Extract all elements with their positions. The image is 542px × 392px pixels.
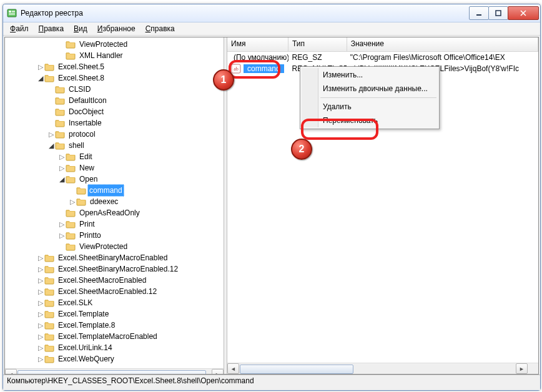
tree-expander-icon[interactable]: ▷ [37, 308, 44, 320]
tree-expander-icon[interactable]: ▷ [37, 61, 44, 72]
tree-pane[interactable]: ViewProtectedXML Handler▷Excel.Sheet.5◢E… [5, 37, 224, 374]
folder-icon [44, 298, 54, 307]
annotation-badge-2: 2 [291, 139, 312, 160]
tree-node[interactable]: CLSID [5, 84, 224, 95]
list-pane[interactable]: ИмяТипЗначение ab(По умолчанию)REG_SZ"C:… [227, 37, 538, 374]
tree-node-label: Open [77, 174, 99, 185]
tree-node[interactable]: ▷Excel.UriLink.14 [5, 342, 224, 353]
tree-node-label: Excel.Template.8 [56, 320, 117, 331]
menu-fav[interactable]: Избранное [93, 23, 140, 34]
value-name: (По умолчанию) [234, 53, 288, 62]
list-hscroll[interactable]: ◄ ► [227, 363, 538, 374]
tree-node[interactable]: ▷Excel.SheetMacroEnabled [5, 275, 224, 286]
menu-edit[interactable]: Правка [34, 23, 69, 34]
tree-expander-icon[interactable]: ◢ [58, 174, 66, 185]
tree-expander-icon[interactable]: ◢ [47, 140, 55, 151]
tree-node[interactable]: command [5, 185, 224, 196]
list-scroll-thumb[interactable] [240, 365, 353, 374]
tree-node[interactable]: ◢Open [5, 174, 224, 185]
tree-node[interactable]: ViewProtected [5, 39, 224, 50]
tree-node[interactable]: OpenAsReadOnly [5, 207, 224, 218]
tree-expander-icon[interactable]: ▷ [37, 286, 44, 297]
tree-expander-icon[interactable]: ▷ [47, 129, 55, 140]
scroll-left-icon[interactable]: ◄ [5, 369, 17, 374]
ctx-separator [320, 97, 436, 98]
titlebar[interactable]: Редактор реестра [3, 4, 540, 22]
tree-node[interactable]: ▷Printto [5, 230, 224, 241]
menu-file[interactable]: Файл [6, 23, 33, 34]
tree-node-label: DocObject [67, 106, 106, 117]
window-title: Редактор реестра [21, 9, 470, 17]
tree-node[interactable]: ◢shell [5, 140, 224, 151]
tree-node[interactable]: ▷New [5, 162, 224, 174]
tree-hscroll[interactable]: ◄ ► [5, 368, 224, 374]
minimize-button[interactable] [469, 6, 489, 20]
tree-scroll-thumb[interactable] [17, 370, 206, 374]
folder-icon [66, 242, 76, 251]
ctx-modify-bin[interactable]: Изменить двоичные данные... [302, 82, 438, 96]
svg-rect-6 [496, 11, 501, 16]
tree-node-label: Insertable [67, 117, 104, 129]
scroll-left-icon[interactable]: ◄ [227, 363, 239, 374]
folder-icon [66, 40, 76, 49]
tree-node[interactable]: ▷Excel.TemplateMacroEnabled [5, 331, 224, 342]
tree-expander-icon[interactable]: ▷ [58, 162, 66, 174]
tree-node[interactable]: ◢Excel.Sheet.8 [5, 72, 224, 84]
tree-expander-icon[interactable]: ▷ [37, 275, 44, 286]
ctx-rename[interactable]: Переименовать [302, 114, 438, 127]
tree-expander-icon[interactable]: ▷ [69, 196, 76, 207]
menu-view[interactable]: Вид [69, 23, 92, 34]
tree-expander-icon[interactable]: ▷ [58, 151, 66, 162]
ctx-modify[interactable]: Изменить... [302, 68, 438, 82]
scroll-corner [528, 363, 538, 374]
tree-expander-icon[interactable]: ▷ [37, 342, 44, 353]
column-header[interactable]: Тип [288, 37, 347, 51]
tree-node[interactable]: ▷protocol [5, 129, 224, 140]
tree-node[interactable]: Insertable [5, 117, 224, 129]
column-headers[interactable]: ИмяТипЗначение [227, 37, 538, 52]
tree-node[interactable]: ▷Excel.Sheet.5 [5, 61, 224, 72]
scroll-right-icon[interactable]: ► [516, 363, 528, 374]
tree-node[interactable]: ViewProtected [5, 241, 224, 252]
tree-node[interactable]: ▷ddeexec [5, 196, 224, 207]
svg-rect-4 [9, 14, 15, 15]
tree-expander-icon[interactable]: ▷ [37, 320, 44, 331]
tree-node[interactable]: ▷Excel.SheetMacroEnabled.12 [5, 286, 224, 297]
list-row[interactable]: ab(По умолчанию)REG_SZ"C:\Program Files\… [227, 52, 538, 63]
scroll-right-icon[interactable]: ► [212, 369, 224, 374]
ctx-delete[interactable]: Удалить [302, 100, 438, 114]
tree-node[interactable]: XML Handler [5, 50, 224, 61]
tree-node[interactable]: ▷Excel.WebQuery [5, 353, 224, 365]
tree-expander-icon[interactable]: ▷ [37, 252, 44, 263]
tree-node[interactable]: ▷Edit [5, 151, 224, 162]
tree-expander-icon[interactable]: ◢ [37, 72, 44, 84]
main-split: ViewProtectedXML Handler▷Excel.Sheet.5◢E… [4, 37, 539, 375]
column-header[interactable]: Имя [227, 37, 288, 51]
tree-node-label: protocol [67, 129, 97, 140]
tree-expander-icon[interactable]: ▷ [37, 353, 44, 365]
tree-node-label: Print [77, 218, 97, 230]
value-data: "C:\Program Files\Microsoft Office\Offic… [347, 53, 538, 62]
context-menu[interactable]: Изменить... Изменить двоичные данные... … [300, 66, 440, 129]
tree-node[interactable]: ▷Excel.SheetBinaryMacroEnabled [5, 252, 224, 263]
folder-icon [44, 343, 54, 352]
maximize-button[interactable] [488, 6, 508, 20]
column-header[interactable]: Значение [347, 37, 538, 51]
tree-expander-icon[interactable]: ▷ [37, 263, 44, 275]
tree-node[interactable]: DefaultIcon [5, 95, 224, 106]
folder-icon [55, 96, 65, 105]
menu-help[interactable]: Справка [141, 23, 179, 34]
tree-node[interactable]: DocObject [5, 106, 224, 117]
tree-node[interactable]: ▷Excel.SLK [5, 297, 224, 308]
svg-rect-3 [9, 13, 15, 14]
tree-node[interactable]: ▷Print [5, 218, 224, 230]
tree-expander-icon[interactable]: ▷ [37, 331, 44, 342]
tree-node-label: New [77, 162, 96, 174]
tree-node[interactable]: ▷Excel.SheetBinaryMacroEnabled.12 [5, 263, 224, 275]
close-button[interactable] [508, 6, 539, 20]
tree-node[interactable]: ▷Excel.Template [5, 308, 224, 320]
tree-expander-icon[interactable]: ▷ [58, 230, 66, 241]
tree-expander-icon[interactable]: ▷ [58, 218, 66, 230]
tree-node[interactable]: ▷Excel.Template.8 [5, 320, 224, 331]
tree-expander-icon[interactable]: ▷ [37, 297, 44, 308]
